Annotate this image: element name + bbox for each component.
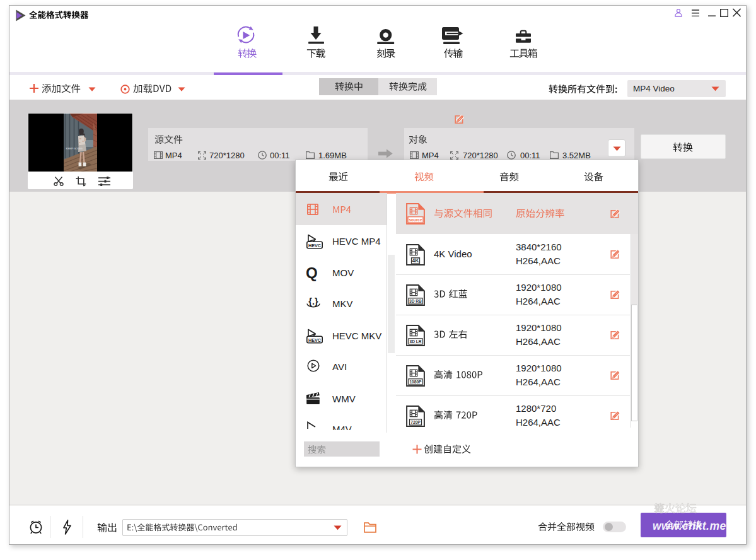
svg-text:1080P: 1080P <box>409 380 422 384</box>
svg-text:4K: 4K <box>412 257 420 264</box>
svg-text:720P: 720P <box>410 420 421 424</box>
svg-text:3D RB: 3D RB <box>409 299 422 303</box>
svg-text:{.}: {.} <box>308 296 318 306</box>
svg-text:HEVC: HEVC <box>308 337 321 343</box>
svg-text:HEVC: HEVC <box>308 243 321 248</box>
svg-text:source: source <box>409 218 422 222</box>
svg-text:3D LR: 3D LR <box>409 339 421 344</box>
svg-text:KEEP GOING: KEEP GOING <box>66 147 83 150</box>
